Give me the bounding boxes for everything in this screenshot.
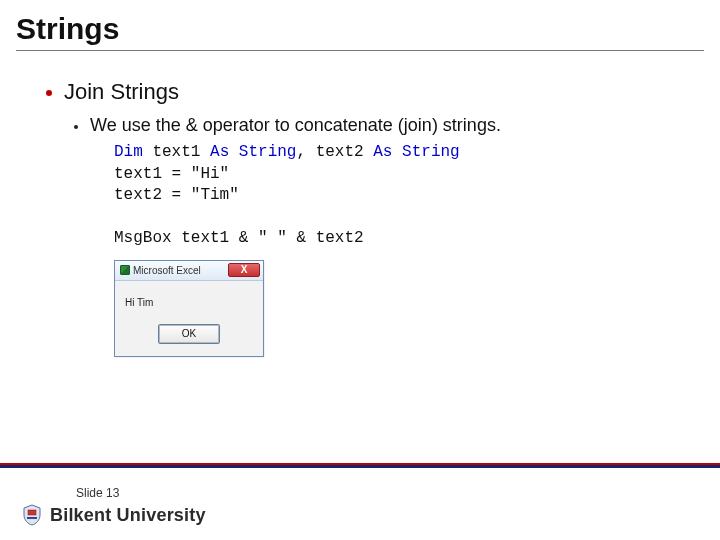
code-block: Dim text1 As String, text2 As String tex… [114,142,690,250]
dialog-body: Hi Tim [115,281,263,314]
dialog-title-text: Microsoft Excel [133,265,201,276]
university-logo: Bilkent University [22,504,704,526]
dialog-message: Hi Tim [125,297,255,308]
slide-footer: Slide 13 Bilkent University [0,478,720,540]
footer-divider [0,463,720,468]
ok-button[interactable]: OK [158,324,220,344]
university-name: Bilkent University [50,505,206,526]
page-title: Strings [16,6,704,51]
close-icon: X [241,265,248,275]
list-item: We use the & operator to concatenate (jo… [74,115,690,136]
code-keyword: As String [373,143,459,161]
code-text: text1 [143,143,210,161]
dialog-title: Microsoft Excel [120,265,201,276]
slide-content: Join Strings We use the & operator to co… [0,51,720,357]
ok-button-label: OK [182,328,196,339]
dialog-titlebar: Microsoft Excel X [115,261,263,281]
svg-rect-0 [28,510,36,515]
code-keyword: Dim [114,143,143,161]
code-keyword: As String [210,143,296,161]
dialog-actions: OK [115,314,263,356]
list-item-label: Join Strings [64,79,179,105]
dialog-screenshot: Microsoft Excel X Hi Tim OK [114,260,690,357]
code-text: MsgBox text1 & " " & text2 [114,229,364,247]
slide-header: Strings [0,0,720,51]
message-box: Microsoft Excel X Hi Tim OK [114,260,264,357]
code-text: , text2 [296,143,373,161]
close-button[interactable]: X [228,263,260,277]
list-item-label: We use the & operator to concatenate (jo… [90,115,501,136]
code-text: text1 = "Hi" [114,165,229,183]
list-item: Join Strings [46,79,690,105]
slide: Strings Join Strings We use the & operat… [0,0,720,540]
slide-number: Slide 13 [76,486,704,500]
bullet-icon [46,90,52,96]
crest-icon [22,504,42,526]
excel-icon [120,265,130,275]
code-text: text2 = "Tim" [114,186,239,204]
bullet-icon [74,125,78,129]
